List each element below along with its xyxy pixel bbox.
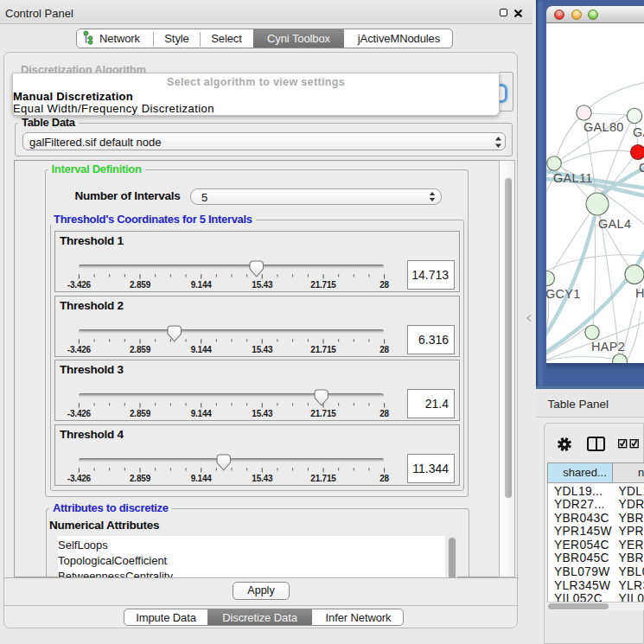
svg-text:GAL4: GAL4 [598, 217, 631, 231]
svg-text:C: C [639, 161, 644, 175]
svg-text:GAL11: GAL11 [553, 171, 593, 185]
svg-text:GAL80: GAL80 [583, 120, 624, 134]
svg-text:GCY1: GCY1 [546, 287, 581, 301]
svg-text:GA: GA [633, 125, 644, 139]
svg-text:HAP2: HAP2 [591, 340, 625, 354]
svg-text:H: H [635, 286, 644, 300]
